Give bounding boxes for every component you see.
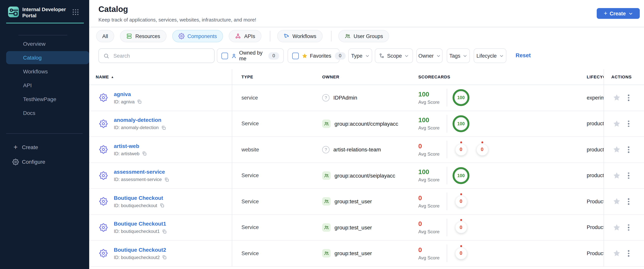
kebab-menu-icon[interactable] [627,145,630,154]
sidebar-accent-line [6,23,84,23]
kebab-menu-icon[interactable] [627,223,630,232]
copy-icon[interactable] [137,99,142,104]
sidebar-item-api[interactable]: API [0,78,89,92]
entity-type: Service [242,251,259,256]
sidebar-item-catalog[interactable]: Catalog [0,51,89,64]
kebab-menu-icon[interactable] [627,171,630,180]
owned-by-me-checkbox[interactable] [222,52,228,59]
owner-dropdown[interactable]: Owner [416,48,442,63]
avg-score-value: 100 [418,117,447,124]
kebab-menu-icon[interactable] [627,119,630,128]
scorecard-ring: 0 [455,144,467,156]
dropdown-label: Type [351,53,362,59]
favorites-filter[interactable]: Favorites 0 [288,48,340,63]
copy-icon[interactable] [160,203,164,208]
tab-divider [270,31,270,41]
tab-all[interactable]: All [96,30,114,42]
favorite-star-icon[interactable] [613,250,620,257]
copy-icon[interactable] [161,125,166,130]
entity-name-link[interactable]: anomaly-detection [114,117,166,123]
sort-ascending-icon: ▲ [111,75,114,79]
table-row: assessment-service ID: assessment-servic… [89,163,644,189]
sidebar-item-testnewpage[interactable]: TestNewPage [0,92,89,106]
create-button[interactable]: + Create [597,8,640,19]
copy-icon[interactable] [142,151,147,156]
sidebar-item-docs[interactable]: Docs [0,106,89,120]
tab-apis[interactable]: APIs [229,30,261,42]
copy-icon[interactable] [162,229,167,234]
entity-name-link[interactable]: artist-web [114,143,147,149]
table-row: Boutique Checkout2 ID: boutiquecheckout2… [89,241,644,267]
favorite-star-icon[interactable] [613,94,620,102]
page-title: Catalog [98,4,128,14]
scorecard-rings: 100 [452,115,470,132]
reset-filters-link[interactable]: Reset [516,52,531,58]
copy-icon[interactable] [164,177,169,182]
tab-resources[interactable]: Resources [120,30,166,42]
question-circle-icon [322,94,330,101]
entity-name-link[interactable]: Boutique Checkout2 [114,247,167,253]
portal-logo-icon [8,6,19,17]
scorecard-rings: 0 [452,222,470,234]
column-header-name[interactable]: NAME ▲ [89,69,232,84]
entity-name-link[interactable]: assessment-service [114,169,169,175]
favorite-star-icon[interactable] [613,172,620,180]
type-dropdown[interactable]: Type [348,48,372,63]
favorite-star-icon[interactable] [613,224,620,231]
copy-icon[interactable] [162,255,167,260]
entity-type: Service [242,173,259,179]
sidebar-active-pill: Catalog [6,51,89,64]
apps-grid-icon[interactable] [73,9,79,15]
search-input[interactable] [113,52,206,59]
sidebar-create-button[interactable]: + Create [0,140,89,155]
api-nodes-icon [235,33,241,39]
favorite-star-icon[interactable] [613,198,620,205]
chevron-down-icon [365,54,369,58]
table-row: Boutique Checkout1 ID: boutiquecheckout1… [89,215,644,241]
dropdown-label: Lifecycle [476,53,496,59]
group-icon [322,171,331,180]
scorecard-divider [447,141,447,159]
entity-owner: group:account/seiplayacc [334,173,395,179]
sidebar-configure-button[interactable]: Configure [0,155,89,169]
sidebar-item-overview[interactable]: Overview [0,37,89,51]
entity-lifecycle: experimental [587,95,604,101]
owned-by-me-filter[interactable]: Owned by me 0 [217,48,284,63]
entity-name-link[interactable]: Boutique Checkout1 [114,221,167,227]
entity-type: Service [242,225,259,230]
app-window: Internal Developer Portal Overview Catal… [0,0,644,269]
kebab-menu-icon[interactable] [627,197,630,206]
tab-label: Workflows [292,33,316,39]
entity-name-link[interactable]: Boutique Checkout [114,195,164,201]
kebab-menu-icon[interactable] [627,249,630,258]
table-header-row: NAME ▲ TYPE OWNER SCORECARDS LIFECYCLE A… [89,69,644,85]
entity-id: ID: anomaly-detection [114,125,158,130]
entity-lifecycle: Production [587,199,604,205]
kebab-menu-icon[interactable] [627,93,630,102]
page-subtitle: Keep track of applications, services, we… [98,17,256,23]
main-content: Catalog Keep track of applications, serv… [89,0,644,269]
avg-score-label: Avg Score [418,125,447,131]
chevron-down-icon [463,54,467,58]
tags-dropdown[interactable]: Tags [447,48,470,63]
entity-id: ID: boutiquecheckout2 [114,255,160,260]
favorite-star-icon[interactable] [613,146,620,154]
lifecycle-dropdown[interactable]: Lifecycle [474,48,506,63]
entity-owner: group:test_user [334,225,372,231]
entity-type: Service [242,121,259,127]
tab-workflows[interactable]: Workflows [277,30,322,42]
brand-title: Internal Developer Portal [22,6,68,19]
favorites-checkbox[interactable] [292,52,299,59]
column-header-actions: ACTIONS [604,69,644,84]
favorite-star-icon[interactable] [613,120,620,128]
scope-dropdown[interactable]: Scope [375,48,413,63]
sidebar-item-workflows[interactable]: Workflows [0,64,89,78]
scorecard-rings: 00 [452,144,490,156]
tab-components[interactable]: Components [172,30,223,42]
brand[interactable]: Internal Developer Portal [8,6,68,19]
entity-name-link[interactable]: agniva [114,91,142,97]
table-row: agniva ID: agniva service IDPAdmin 100 A… [89,85,644,111]
star-icon [302,53,308,59]
entity-id: ID: assessment-service [114,177,162,182]
tab-user-groups[interactable]: User Groups [338,30,389,42]
